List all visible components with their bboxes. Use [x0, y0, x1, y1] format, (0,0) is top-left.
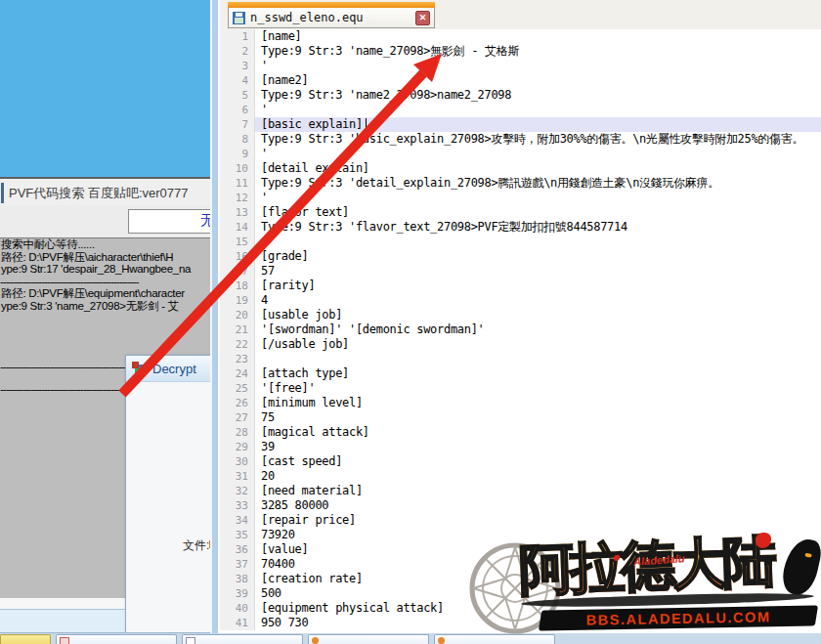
editor-line[interactable]: 7[basic explain] [220, 117, 821, 132]
line-text[interactable]: 70400 [255, 557, 295, 572]
taskbar-item-3[interactable] [182, 634, 303, 644]
editor-line[interactable]: 3770400 [220, 557, 821, 572]
line-number: 31 [220, 469, 255, 484]
editor-line[interactable]: 11Type:9 Str:3 'detail_explain_27098>腾訊遊… [220, 176, 821, 191]
search-input[interactable]: 无 [128, 209, 210, 234]
editor-line[interactable]: 1757 [220, 264, 821, 279]
line-text[interactable]: Type:9 Str:3 'name_27098>無影劍 - 艾格斯 [255, 44, 519, 59]
editor-line[interactable]: 38[creation rate] [220, 572, 821, 586]
editor-line[interactable]: 20[usable job] [220, 308, 821, 322]
line-text[interactable]: ' [255, 235, 268, 249]
editor-line[interactable]: 36[value] [220, 542, 821, 557]
line-text[interactable]: [cast speed] [255, 454, 342, 469]
editor-line[interactable]: 10[detail explain] [220, 161, 821, 176]
line-number: 5 [220, 88, 255, 103]
editor-line[interactable]: 18[rarity] [220, 279, 821, 293]
editor-line[interactable]: 16[grade] [220, 249, 821, 264]
search-result-line: ype:9 Str:17 'despair_28_Hwangbee_na [0, 263, 210, 276]
line-text[interactable]: ' [255, 103, 268, 117]
line-text[interactable]: [repair price] [255, 513, 356, 528]
editor-line[interactable]: 2939 [220, 440, 821, 454]
line-text[interactable]: ' [255, 59, 268, 73]
line-text[interactable]: [need material] [255, 484, 363, 498]
editor-line[interactable]: 333285 80000 [220, 498, 821, 513]
line-text[interactable]: Type:9 Str:3 'name2_27098>name2_27098 [255, 88, 511, 103]
close-tab-icon[interactable]: ✕ [415, 11, 430, 25]
line-number: 3 [220, 59, 255, 73]
editor-line[interactable]: 13[flavor text] [220, 205, 821, 220]
editor-line[interactable]: 4[name2] [220, 73, 821, 88]
editor-line[interactable]: 3' [220, 59, 821, 73]
line-text[interactable]: ' [255, 191, 268, 205]
line-text[interactable]: 75 [255, 410, 275, 425]
line-text[interactable]: '[swordman]' '[demonic swordman]' [255, 322, 485, 337]
line-text[interactable]: [creation rate] [255, 572, 363, 586]
editor-line[interactable]: 3573920 [220, 528, 821, 542]
line-text[interactable]: 3285 80000 [255, 498, 328, 513]
line-text[interactable]: [magical attack] [255, 425, 369, 440]
code-editor[interactable]: 1[name]2Type:9 Str:3 'name_27098>無影劍 - 艾… [220, 29, 821, 633]
line-text[interactable]: 73920 [255, 528, 295, 542]
line-text[interactable]: [grade] [255, 249, 308, 264]
line-number: 32 [220, 484, 255, 498]
editor-line[interactable]: 24[attach type] [220, 366, 821, 381]
line-number: 34 [220, 513, 255, 528]
line-text[interactable]: [name] [255, 29, 302, 44]
editor-line[interactable]: 25'[free]' [220, 381, 821, 396]
line-text[interactable]: ' [255, 147, 268, 161]
editor-line[interactable]: 5Type:9 Str:3 'name2_27098>name2_27098 [220, 88, 821, 103]
line-text[interactable]: 39 [255, 440, 275, 454]
editor-line[interactable]: 1[name] [220, 29, 821, 44]
line-text[interactable] [255, 352, 261, 366]
editor-line[interactable]: 23 [220, 352, 821, 366]
line-text[interactable]: 950 730 [255, 616, 308, 630]
line-text[interactable]: [minimum level] [255, 396, 363, 410]
line-text[interactable]: 20 [255, 469, 275, 484]
line-text[interactable]: [basic explain] [255, 117, 367, 132]
editor-line[interactable]: 8Type:9 Str:3 'basic_explain_27098>攻擊時，附… [220, 132, 821, 147]
editor-line[interactable]: 2Type:9 Str:3 'name_27098>無影劍 - 艾格斯 [220, 44, 821, 59]
editor-line[interactable]: 6' [220, 103, 821, 117]
editor-line[interactable]: 34[repair price] [220, 513, 821, 528]
line-text[interactable]: [equipment physical attack] [255, 601, 444, 616]
taskbar-item-2[interactable] [56, 634, 177, 644]
taskbar-item-4[interactable] [308, 634, 429, 644]
line-text[interactable]: Type:9 Str:3 'detail_explain_27098>腾訊遊戲\… [255, 176, 719, 191]
tab-n-sswd-eleno[interactable]: n_sswd_eleno.equ ✕ [228, 8, 435, 28]
taskbar-item-1[interactable] [0, 634, 51, 644]
line-number: 22 [220, 337, 255, 352]
editor-line[interactable]: 26[minimum level] [220, 396, 821, 410]
line-text[interactable]: [value] [255, 542, 308, 557]
editor-line[interactable]: 15' [220, 235, 821, 249]
search-result-line: 路径: D:\PVF解压\aicharacter\thief\H [0, 251, 210, 264]
editor-line[interactable]: 39500 [220, 586, 821, 601]
editor-line[interactable]: 12' [220, 191, 821, 205]
line-text[interactable]: [rarity] [255, 279, 315, 293]
decrypt-titlebar[interactable]: Decrypt [126, 356, 212, 382]
line-text[interactable]: [/usable job] [255, 337, 349, 352]
line-text[interactable]: Type:9 Str:3 'basic_explain_27098>攻擊時，附加… [255, 132, 803, 147]
editor-line[interactable]: 3120 [220, 469, 821, 484]
editor-line[interactable]: 30[cast speed] [220, 454, 821, 469]
taskbar-item-5[interactable] [434, 634, 555, 644]
editor-line[interactable]: 28[magical attack] [220, 425, 821, 440]
line-text[interactable]: 4 [255, 293, 268, 308]
line-text[interactable]: [detail explain] [255, 161, 369, 176]
editor-line[interactable]: 41950 730 [220, 616, 821, 630]
editor-line[interactable]: 21'[swordman]' '[demonic swordman]' [220, 322, 821, 337]
line-text[interactable]: 57 [255, 264, 275, 279]
line-text[interactable]: [flavor text] [255, 205, 349, 220]
line-text[interactable]: '[free]' [255, 381, 315, 396]
editor-line[interactable]: 22[/usable job] [220, 337, 821, 352]
editor-line[interactable]: 2775 [220, 410, 821, 425]
editor-line[interactable]: 14Type:9 Str:3 'flavor_text_27098>PVF定製加… [220, 220, 821, 235]
line-text[interactable]: [usable job] [255, 308, 342, 322]
line-text[interactable]: [attach type] [255, 366, 349, 381]
line-text[interactable]: [name2] [255, 73, 308, 88]
editor-line[interactable]: 40[equipment physical attack] [220, 601, 821, 616]
editor-line[interactable]: 194 [220, 293, 821, 308]
line-text[interactable]: Type:9 Str:3 'flavor_text_27098>PVF定製加扣扣… [255, 220, 627, 235]
line-text[interactable]: 500 [255, 586, 281, 601]
editor-line[interactable]: 9' [220, 147, 821, 161]
editor-line[interactable]: 32[need material] [220, 484, 821, 498]
